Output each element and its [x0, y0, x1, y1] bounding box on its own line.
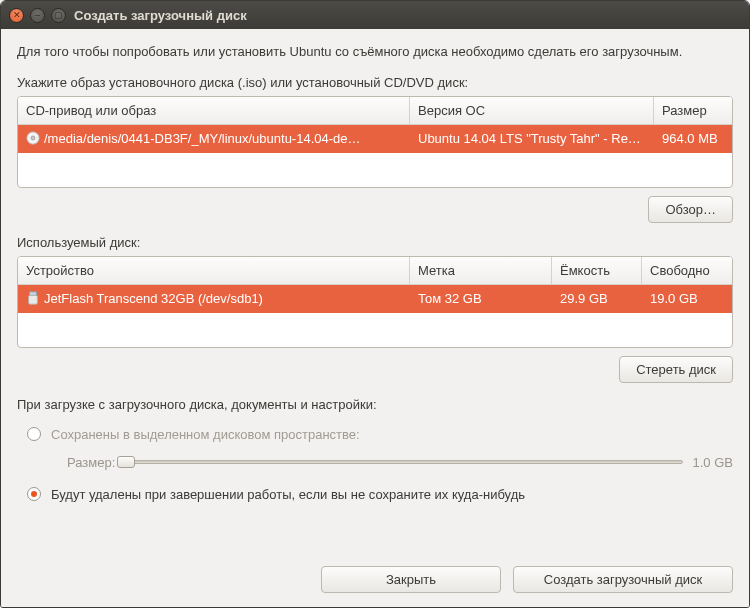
target-row[interactable]: JetFlash Transcend 32GB (/dev/sdb1) Том …	[18, 285, 732, 313]
svg-rect-2	[30, 292, 37, 296]
col-volume[interactable]: Метка	[410, 257, 552, 284]
svg-rect-3	[29, 295, 38, 304]
col-os[interactable]: Версия ОС	[410, 97, 654, 124]
source-table-body: /media/denis/0441-DB3F/_MY/linux/ubuntu-…	[18, 125, 732, 187]
intro-text: Для того чтобы попробовать или установит…	[17, 43, 733, 61]
source-row[interactable]: /media/denis/0441-DB3F/_MY/linux/ubuntu-…	[18, 125, 732, 153]
radio-keep[interactable]	[27, 427, 41, 441]
target-table-header: Устройство Метка Ёмкость Свободно	[18, 257, 732, 285]
source-label: Укажите образ установочного диска (.iso)…	[17, 75, 733, 90]
svg-point-1	[31, 136, 35, 140]
content-area: Для того чтобы попробовать или установит…	[1, 29, 749, 607]
target-table: Устройство Метка Ёмкость Свободно JetFla…	[17, 256, 733, 348]
persist-heading: При загрузке с загрузочного диска, докум…	[17, 397, 733, 412]
titlebar: ✕ – ▢ Создать загрузочный диск	[1, 1, 749, 29]
target-table-body: JetFlash Transcend 32GB (/dev/sdb1) Том …	[18, 285, 732, 347]
col-device[interactable]: Устройство	[18, 257, 410, 284]
source-table-header: CD-привод или образ Версия ОС Размер	[18, 97, 732, 125]
minimize-icon[interactable]: –	[30, 8, 45, 23]
target-row-volume: Том 32 GB	[410, 287, 552, 310]
target-label: Используемый диск:	[17, 235, 733, 250]
dialog-footer: Закрыть Создать загрузочный диск	[17, 554, 733, 593]
target-row-free: 19.0 GB	[642, 287, 732, 310]
source-row-drive: /media/denis/0441-DB3F/_MY/linux/ubuntu-…	[18, 127, 410, 150]
cd-icon	[26, 131, 40, 145]
startup-disk-creator-window: ✕ – ▢ Создать загрузочный диск Для того …	[0, 0, 750, 608]
source-table: CD-привод или образ Версия ОС Размер /me…	[17, 96, 733, 188]
radio-discard[interactable]	[27, 487, 41, 501]
col-drive[interactable]: CD-привод или образ	[18, 97, 410, 124]
size-value: 1.0 GB	[693, 455, 733, 470]
close-button[interactable]: Закрыть	[321, 566, 501, 593]
target-row-device-text: JetFlash Transcend 32GB (/dev/sdb1)	[44, 291, 263, 306]
radio-discard-row[interactable]: Будут удалены при завершении работы, есл…	[27, 487, 733, 502]
size-slider-row: Размер: 1.0 GB	[67, 455, 733, 470]
size-label: Размер:	[67, 455, 115, 470]
radio-keep-label: Сохранены в выделенном дисковом простран…	[51, 427, 360, 442]
window-controls: ✕ – ▢	[9, 8, 66, 23]
slider-thumb[interactable]	[117, 456, 135, 468]
col-capacity[interactable]: Ёмкость	[552, 257, 642, 284]
browse-button[interactable]: Обзор…	[648, 196, 733, 223]
close-icon[interactable]: ✕	[9, 8, 24, 23]
target-row-capacity: 29.9 GB	[552, 287, 642, 310]
maximize-icon[interactable]: ▢	[51, 8, 66, 23]
size-slider[interactable]	[125, 460, 682, 464]
radio-discard-label: Будут удалены при завершении работы, есл…	[51, 487, 525, 502]
radio-keep-row[interactable]: Сохранены в выделенном дисковом простран…	[27, 427, 733, 442]
window-title: Создать загрузочный диск	[74, 8, 247, 23]
usb-icon	[26, 291, 40, 305]
make-startup-disk-button[interactable]: Создать загрузочный диск	[513, 566, 733, 593]
source-row-drive-text: /media/denis/0441-DB3F/_MY/linux/ubuntu-…	[44, 131, 361, 146]
col-free[interactable]: Свободно	[642, 257, 732, 284]
source-row-os: Ubuntu 14.04 LTS "Trusty Tahr" - Re…	[410, 127, 654, 150]
target-row-device: JetFlash Transcend 32GB (/dev/sdb1)	[18, 287, 410, 310]
erase-disk-button[interactable]: Стереть диск	[619, 356, 733, 383]
source-row-size: 964.0 MB	[654, 127, 732, 150]
col-size[interactable]: Размер	[654, 97, 732, 124]
